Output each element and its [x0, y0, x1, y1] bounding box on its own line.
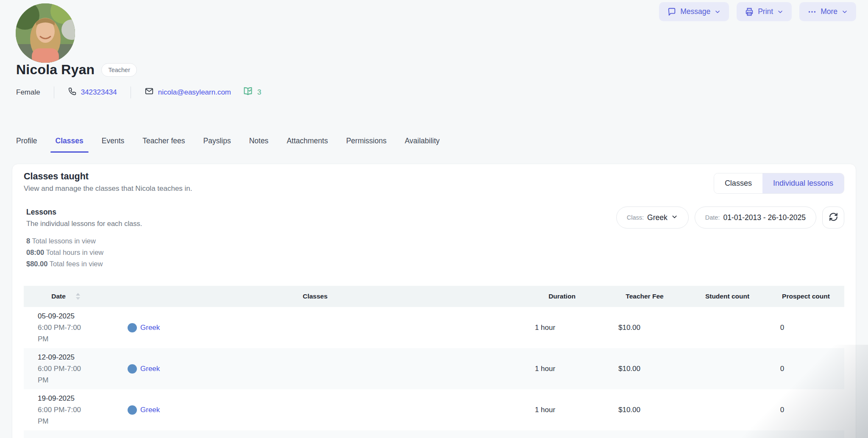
- chevron-down-icon: [714, 8, 721, 15]
- message-bubble-icon: [667, 7, 676, 17]
- toggle-individual-lessons[interactable]: Individual lessons: [762, 173, 844, 193]
- lesson-class-cell: Greek: [108, 405, 522, 415]
- table-header: Date Classes Duration Teacher Fee Studen…: [24, 286, 844, 307]
- lesson-date: 05-09-2025: [38, 310, 108, 322]
- stat-total-fees: $80.00 Total fees in view: [26, 258, 103, 270]
- tab-attachments[interactable]: Attachments: [287, 137, 328, 153]
- lesson-prospect-count: 0: [768, 324, 844, 332]
- tab-events[interactable]: Events: [102, 137, 125, 153]
- phone-item: 342323434: [68, 87, 117, 98]
- view-toggle: Classes Individual lessons: [714, 173, 844, 194]
- lesson-time: 6:00 PM-7:00 PM: [38, 404, 88, 427]
- section-subtitle: The individual lessons for each class.: [26, 220, 142, 228]
- column-header-duration-label: Duration: [548, 293, 576, 300]
- class-filter-dropdown[interactable]: Class: Greek: [616, 206, 689, 229]
- table-row: 12-09-2025 6:00 PM-7:00 PM Greek 1 hour …: [24, 348, 844, 389]
- section-title: Lessons: [26, 208, 56, 217]
- more-button-label: More: [821, 7, 837, 16]
- lesson-duration: 1 hour: [522, 365, 602, 373]
- ellipsis-icon: [807, 7, 817, 17]
- column-header-teacher-fee-label: Teacher Fee: [626, 293, 663, 300]
- lesson-fee: $10.00: [602, 406, 687, 414]
- tab-availability[interactable]: Availability: [405, 137, 440, 153]
- print-button[interactable]: Print: [737, 2, 792, 21]
- chevron-down-icon: [841, 8, 848, 15]
- class-link[interactable]: Greek: [140, 365, 160, 373]
- class-color-dot: [128, 405, 137, 415]
- lesson-date-cell: 05-09-2025 6:00 PM-7:00 PM: [24, 310, 108, 345]
- class-color-dot: [128, 364, 137, 374]
- class-filter-value: Greek: [647, 213, 668, 222]
- column-header-classes[interactable]: Classes: [108, 293, 522, 300]
- more-button[interactable]: More: [799, 2, 856, 21]
- message-button[interactable]: Message: [659, 2, 729, 21]
- printer-icon: [745, 7, 754, 17]
- stat-total-lessons-label: Total lessons in view: [32, 237, 95, 245]
- column-header-date[interactable]: Date: [24, 293, 108, 300]
- lesson-date-cell: 19-09-2025 6:00 PM-7:00 PM: [24, 393, 108, 427]
- lesson-stats: 8 Total lessons in view 08:00 Total hour…: [26, 235, 103, 270]
- tab-permissions[interactable]: Permissions: [346, 137, 387, 153]
- lesson-filters: Class: Greek Date: 01-01-2013 - 26-10-20…: [616, 206, 844, 229]
- phone-link[interactable]: 342323434: [81, 88, 117, 97]
- card-title: Classes taught: [24, 171, 89, 182]
- class-color-dot: [128, 323, 137, 332]
- lesson-date-cell: 12-09-2025 6:00 PM-7:00 PM: [24, 352, 108, 386]
- envelope-icon: [145, 86, 154, 98]
- tab-classes[interactable]: Classes: [56, 137, 83, 153]
- lesson-class-cell: Greek: [108, 323, 522, 332]
- page-title: Nicola Ryan: [16, 62, 95, 78]
- sort-arrows-icon[interactable]: [75, 293, 81, 300]
- email-link[interactable]: nicola@easylearn.com: [158, 88, 231, 97]
- column-header-teacher-fee[interactable]: Teacher Fee: [602, 293, 687, 300]
- classes-taught-card: Classes taught View and manage the class…: [12, 164, 856, 438]
- table-row: 05-09-2025 6:00 PM-7:00 PM Greek 1 hour …: [24, 307, 844, 348]
- refresh-icon: [828, 212, 839, 224]
- stat-total-fees-label: Total fees in view: [50, 260, 103, 268]
- stat-total-fees-value: $80.00: [26, 260, 47, 268]
- lesson-duration: 1 hour: [522, 324, 602, 332]
- lesson-prospect-count: 0: [768, 365, 844, 373]
- lessons-counter[interactable]: 3: [243, 86, 261, 98]
- stat-total-hours-value: 08:00: [26, 248, 44, 256]
- card-subtitle: View and manage the classes that Nicola …: [24, 184, 192, 193]
- header-actions: Message Print More: [659, 2, 856, 21]
- column-header-student-count[interactable]: Student count: [687, 293, 768, 300]
- class-filter-label: Class:: [627, 214, 644, 221]
- chevron-down-icon: [671, 213, 678, 222]
- column-header-classes-label: Classes: [303, 293, 328, 300]
- avatar: [16, 3, 75, 63]
- print-button-label: Print: [758, 7, 773, 16]
- tab-payslips[interactable]: Payslips: [203, 137, 231, 153]
- profile-identity: Nicola Ryan Teacher: [16, 62, 137, 78]
- lesson-duration: 1 hour: [522, 406, 602, 414]
- role-badge: Teacher: [101, 63, 137, 77]
- divider: [131, 86, 131, 98]
- table-row-partial: [24, 430, 844, 438]
- class-link[interactable]: Greek: [140, 406, 160, 414]
- tab-teacher-fees[interactable]: Teacher fees: [142, 137, 185, 153]
- class-link[interactable]: Greek: [140, 324, 160, 332]
- stat-total-lessons: 8 Total lessons in view: [26, 235, 103, 247]
- stat-total-hours-label: Total hours in view: [46, 248, 104, 256]
- toggle-classes[interactable]: Classes: [714, 173, 762, 193]
- column-header-duration[interactable]: Duration: [522, 293, 602, 300]
- date-filter-value: 01-01-2013 - 26-10-2025: [723, 213, 806, 222]
- lesson-date: 12-09-2025: [38, 352, 108, 363]
- tab-notes[interactable]: Notes: [249, 137, 269, 153]
- lesson-time: 6:00 PM-7:00 PM: [38, 363, 88, 386]
- book-check-icon: [243, 86, 253, 98]
- refresh-button[interactable]: [822, 206, 844, 229]
- contact-row: Female 342323434 nicola@easylearn.com 3: [16, 86, 261, 98]
- phone-icon: [68, 87, 77, 98]
- lessons-table: Date Classes Duration Teacher Fee Studen…: [24, 286, 844, 438]
- lessons-count-value: 3: [257, 88, 261, 97]
- email-item: nicola@easylearn.com: [145, 86, 231, 98]
- column-header-student-count-label: Student count: [705, 293, 749, 300]
- tab-profile[interactable]: Profile: [16, 137, 37, 153]
- stat-total-hours: 08:00 Total hours in view: [26, 247, 103, 258]
- profile-tabs: Profile Classes Events Teacher fees Pays…: [16, 137, 440, 153]
- date-range-filter[interactable]: Date: 01-01-2013 - 26-10-2025: [695, 206, 816, 229]
- column-header-prospect-count[interactable]: Prospect count: [768, 293, 844, 300]
- lesson-class-cell: Greek: [108, 364, 522, 374]
